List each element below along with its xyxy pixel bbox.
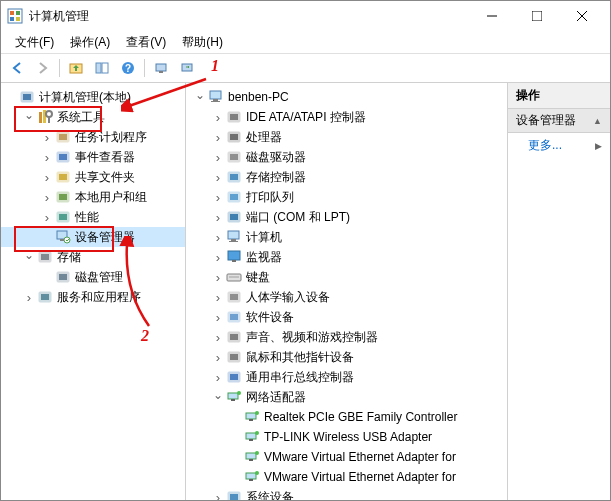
expand-icon[interactable]: › xyxy=(212,371,224,383)
expand-icon[interactable]: › xyxy=(41,191,53,203)
svg-point-21 xyxy=(46,111,52,117)
tree-item[interactable]: ⌄系统工具 xyxy=(1,107,185,127)
tree-item[interactable]: ›存储控制器 xyxy=(186,167,507,187)
tree-item[interactable]: ›鼠标和其他指针设备 xyxy=(186,347,507,367)
svg-rect-24 xyxy=(59,134,67,140)
forward-button[interactable] xyxy=(31,56,55,80)
tree-item[interactable]: ›服务和应用程序 xyxy=(1,287,185,307)
tree-item[interactable]: ›IDE ATA/ATAPI 控制器 xyxy=(186,107,507,127)
expand-icon[interactable]: › xyxy=(41,151,53,163)
expand-icon[interactable]: › xyxy=(212,171,224,183)
net-icon xyxy=(226,389,242,405)
tree-item[interactable]: ›任务计划程序 xyxy=(1,127,185,147)
expand-icon[interactable]: › xyxy=(212,151,224,163)
tree-item[interactable]: ›处理器 xyxy=(186,127,507,147)
svg-rect-61 xyxy=(232,260,236,262)
tree-item[interactable]: ⌄网络适配器 xyxy=(186,387,507,407)
actions-header: 操作 xyxy=(508,83,610,109)
collapse-icon[interactable]: ⌄ xyxy=(23,109,35,121)
collapse-icon[interactable]: ⌄ xyxy=(23,249,35,261)
scan-button[interactable] xyxy=(149,56,173,80)
tree-item[interactable]: ›监视器 xyxy=(186,247,507,267)
expand-icon[interactable]: › xyxy=(41,131,53,143)
tree-item[interactable]: ⌄存储 xyxy=(1,247,185,267)
tree-item[interactable]: 计算机管理(本地) xyxy=(1,87,185,107)
tree-item[interactable]: ›键盘 xyxy=(186,267,507,287)
actions-context: 设备管理器 ▲ xyxy=(508,109,610,133)
tree-item[interactable]: ›本地用户和组 xyxy=(1,187,185,207)
annotation-1: 1 xyxy=(211,57,219,75)
refresh-button[interactable] xyxy=(175,56,199,80)
tree-item[interactable]: ›性能 xyxy=(1,207,185,227)
svg-rect-60 xyxy=(228,251,240,260)
tree-item[interactable]: ›共享文件夹 xyxy=(1,167,185,187)
help-button[interactable]: ? xyxy=(116,56,140,80)
tree-item[interactable]: Realtek PCIe GBE Family Controller xyxy=(186,407,507,427)
minimize-button[interactable] xyxy=(469,1,514,31)
svg-rect-67 xyxy=(230,314,238,320)
menu-help[interactable]: 帮助(H) xyxy=(174,32,231,53)
svg-rect-4 xyxy=(16,17,20,21)
show-hide-button[interactable] xyxy=(90,56,114,80)
svg-rect-44 xyxy=(211,101,220,102)
net-icon xyxy=(244,469,260,485)
svg-rect-11 xyxy=(102,63,108,73)
tree-item[interactable]: 设备管理器 xyxy=(1,227,185,247)
menu-action[interactable]: 操作(A) xyxy=(62,32,118,53)
collapse-icon[interactable]: ⌄ xyxy=(194,89,206,101)
svg-rect-1 xyxy=(10,11,14,15)
tree-item[interactable]: ›计算机 xyxy=(186,227,507,247)
up-button[interactable] xyxy=(64,56,88,80)
expand-icon[interactable]: › xyxy=(23,291,35,303)
menu-view[interactable]: 查看(V) xyxy=(118,32,174,53)
svg-rect-59 xyxy=(229,241,238,242)
back-button[interactable] xyxy=(5,56,29,80)
tree-item[interactable]: ›软件设备 xyxy=(186,307,507,327)
close-button[interactable] xyxy=(559,1,604,31)
cpu-icon xyxy=(226,129,242,145)
expand-icon[interactable]: › xyxy=(212,231,224,243)
expand-icon[interactable]: › xyxy=(212,271,224,283)
tree-item[interactable]: VMware Virtual Ethernet Adapter for xyxy=(186,467,507,487)
expand-icon[interactable]: › xyxy=(212,291,224,303)
svg-rect-69 xyxy=(230,334,238,340)
expand-icon[interactable]: › xyxy=(212,331,224,343)
expand-icon[interactable]: › xyxy=(41,211,53,223)
tree-item[interactable]: ›端口 (COM 和 LPT) xyxy=(186,207,507,227)
tree-item[interactable]: ›系统设备 xyxy=(186,487,507,501)
tree-item[interactable]: ›事件查看器 xyxy=(1,147,185,167)
svg-rect-18 xyxy=(23,94,31,100)
expand-icon[interactable]: › xyxy=(212,311,224,323)
devmgr-icon xyxy=(55,229,71,245)
chevron-up-icon[interactable]: ▲ xyxy=(593,116,602,126)
tree-item[interactable]: ›磁盘驱动器 xyxy=(186,147,507,167)
tree-item[interactable]: ⌄benben-PC xyxy=(186,87,507,107)
svg-rect-42 xyxy=(210,91,221,99)
tree-item[interactable]: ›通用串行总线控制器 xyxy=(186,367,507,387)
tree-item[interactable]: 磁盘管理 xyxy=(1,267,185,287)
svg-rect-19 xyxy=(39,112,42,123)
spacer xyxy=(5,91,17,103)
tree-item[interactable]: VMware Virtual Ethernet Adapter for xyxy=(186,447,507,467)
menu-file[interactable]: 文件(F) xyxy=(7,32,62,53)
expand-icon[interactable]: › xyxy=(212,131,224,143)
tree-item[interactable]: ›人体学输入设备 xyxy=(186,287,507,307)
expand-icon[interactable]: › xyxy=(212,251,224,263)
svg-rect-50 xyxy=(230,154,238,160)
tree-item[interactable]: ›声音、视频和游戏控制器 xyxy=(186,327,507,347)
port-icon xyxy=(226,209,242,225)
actions-more[interactable]: 更多... ▶ xyxy=(508,133,610,158)
expand-icon[interactable]: › xyxy=(41,171,53,183)
expand-icon[interactable]: › xyxy=(212,491,224,501)
left-tree-pane[interactable]: 计算机管理(本地)⌄系统工具›任务计划程序›事件查看器›共享文件夹›本地用户和组… xyxy=(1,83,186,501)
expand-icon[interactable]: › xyxy=(212,211,224,223)
collapse-icon[interactable]: ⌄ xyxy=(212,389,224,401)
device-tree-pane[interactable]: ⌄benben-PC›IDE ATA/ATAPI 控制器›处理器›磁盘驱动器›存… xyxy=(186,83,508,501)
tree-item[interactable]: ›打印队列 xyxy=(186,187,507,207)
maximize-button[interactable] xyxy=(514,1,559,31)
tree-item-label: 存储控制器 xyxy=(246,169,306,186)
expand-icon[interactable]: › xyxy=(212,191,224,203)
expand-icon[interactable]: › xyxy=(212,351,224,363)
tree-item[interactable]: TP-LINK Wireless USB Adapter xyxy=(186,427,507,447)
expand-icon[interactable]: › xyxy=(212,111,224,123)
